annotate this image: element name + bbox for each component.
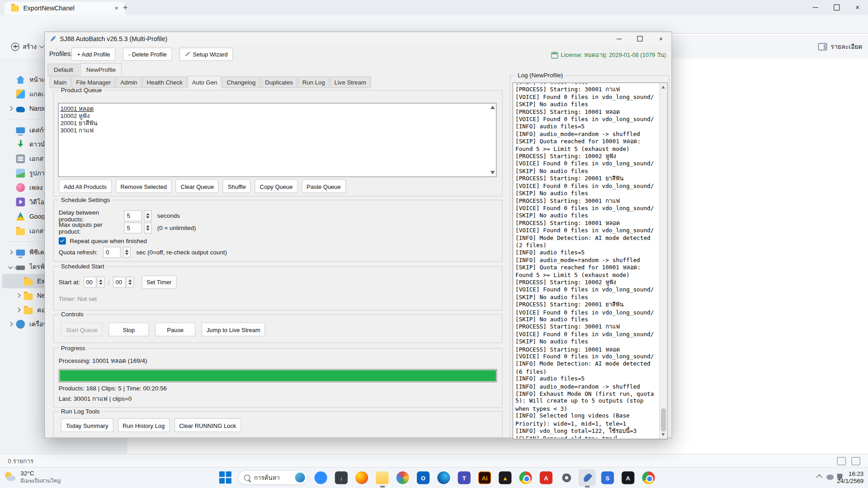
clear-queue-button[interactable]: Clear Queue — [176, 179, 219, 193]
clear-running-lock-button[interactable]: Clear RUNNING Lock — [174, 418, 241, 432]
delete-profile-button[interactable]: - Delete Profile — [123, 47, 173, 61]
zoom-icon[interactable] — [312, 469, 330, 486]
today-summary-button[interactable]: Today Summary — [61, 418, 113, 432]
illustrator-icon[interactable]: Ai — [476, 469, 493, 486]
start-button[interactable] — [219, 471, 232, 484]
tab-health-check[interactable]: Health Check — [142, 76, 187, 88]
explorer-tab[interactable]: ExportNewChanel × — [5, 2, 125, 15]
dialog-maximize-button[interactable] — [629, 32, 651, 45]
scrollbar-thumb[interactable] — [660, 408, 665, 432]
acrobat-icon[interactable]: A — [538, 469, 555, 486]
close-tab-icon[interactable]: × — [113, 5, 121, 12]
log-line: [SKIP] No audio files — [515, 212, 659, 219]
max-outputs-input[interactable]: 5 — [124, 222, 142, 233]
scroll-up-icon[interactable] — [661, 86, 665, 89]
app-glyph — [437, 471, 450, 484]
add-all-products-button[interactable]: Add All Products — [59, 179, 112, 193]
log-scrollbar[interactable] — [659, 83, 667, 439]
queue-item[interactable]: 10001 หลอด — [59, 105, 496, 113]
sidebar-item-icon — [16, 107, 25, 112]
start-hour-stepper[interactable] — [97, 277, 104, 287]
quota-refresh-stepper[interactable] — [123, 247, 131, 258]
log-line: [PROCESS] Starting: 10002 หูฟัง — [515, 153, 659, 160]
tab-file-manager[interactable]: File Manager — [71, 76, 115, 88]
triangle-app-icon[interactable]: ▲ — [496, 469, 514, 486]
chevron-icon[interactable] — [16, 308, 20, 312]
chevron-icon[interactable] — [8, 264, 13, 269]
log-textarea[interactable]: [SKIP] No audio files[PROCESS] Starting:… — [513, 82, 668, 439]
start-minute-input[interactable]: 00 — [113, 277, 125, 287]
start-minute-stepper[interactable] — [126, 277, 134, 287]
remove-selected-button[interactable]: Remove Selected — [116, 179, 172, 193]
tab-auto-gen[interactable]: Auto Gen — [188, 76, 222, 88]
hidden-icons-chevron[interactable] — [816, 474, 822, 481]
photos-icon[interactable] — [394, 469, 411, 486]
max-outputs-stepper[interactable] — [144, 222, 151, 233]
chevron-icon[interactable] — [8, 322, 13, 326]
start-hour-input[interactable]: 00 — [83, 277, 96, 287]
download-manager-icon[interactable]: ↓ — [333, 469, 350, 486]
teams-icon[interactable]: T — [456, 469, 473, 486]
dialog-close-button[interactable]: × — [651, 32, 672, 45]
tab-duplicates[interactable]: Duplicates — [260, 76, 297, 88]
chevron-icon[interactable] — [16, 293, 20, 298]
taskbar-search[interactable]: การค้นหา — [238, 470, 308, 485]
onedrive-tray-icon[interactable] — [826, 475, 834, 480]
chrome-profile2-icon[interactable] — [640, 469, 657, 486]
list-view-icon[interactable] — [837, 457, 846, 465]
window-close-button[interactable]: × — [847, 0, 868, 14]
scroll-down-icon[interactable] — [491, 171, 495, 174]
edge-icon[interactable] — [435, 469, 452, 486]
anydesk-icon[interactable]: A — [619, 469, 637, 486]
paste-queue-button[interactable]: Paste Queue — [302, 179, 346, 193]
scroll-down-icon[interactable] — [661, 433, 665, 436]
window-maximize-button[interactable] — [826, 0, 847, 14]
scroll-up-icon[interactable] — [491, 106, 495, 109]
tab-admin[interactable]: Admin — [116, 76, 142, 88]
window-minimize-button[interactable] — [805, 0, 826, 14]
add-profile-button[interactable]: + Add Profile — [71, 47, 116, 61]
tab-changelog[interactable]: Changelog — [222, 76, 260, 88]
details-pane-button[interactable]: รายละเอียด — [818, 40, 863, 53]
copy-queue-button[interactable]: Copy Queue — [255, 179, 298, 193]
product-queue-listbox[interactable]: 10001 หลอด10002 หูฟัง20001 ยาสีฟัน30001 … — [58, 103, 497, 177]
chrome-icon[interactable] — [517, 469, 534, 486]
pause-button[interactable]: Pause — [155, 323, 195, 337]
dialog-title-bar[interactable]: SJ88 AutoBatch v26.5.3 (Multi-Profile) × — [45, 32, 671, 45]
setup-wizard-button[interactable]: Setup Wizard — [179, 47, 233, 61]
delay-input[interactable]: 5 — [124, 210, 142, 221]
chevron-icon[interactable] — [8, 106, 13, 111]
thumbnail-view-icon[interactable] — [851, 457, 860, 465]
jump-to-live-stream-button[interactable]: Jump to Live Stream — [202, 323, 265, 337]
spyder-icon[interactable]: S — [599, 469, 616, 486]
delay-suffix: seconds — [157, 212, 180, 219]
sj88-autobatch-icon[interactable] — [579, 469, 596, 486]
tab-run-log[interactable]: Run Log — [298, 76, 330, 88]
profile-tab-default[interactable]: Default — [47, 64, 79, 76]
profile-tab-newprofile[interactable]: NewProfile — [80, 63, 122, 76]
new-button[interactable]: สร้าง — [7, 40, 48, 53]
quota-refresh-input[interactable]: 0 — [103, 247, 121, 258]
delay-stepper[interactable] — [144, 210, 151, 221]
chevron-icon[interactable] — [8, 250, 13, 254]
clock[interactable]: 16:23 24/1/2569 — [837, 470, 863, 485]
queue-item[interactable]: 30001 กาแฟ — [59, 127, 496, 134]
repeat-queue-checkbox[interactable] — [59, 237, 66, 244]
firefox-icon[interactable] — [353, 469, 370, 486]
queue-item[interactable]: 20001 ยาสีฟัน — [59, 119, 496, 127]
settings-icon[interactable] — [558, 469, 575, 486]
tab-main[interactable]: Main — [49, 76, 71, 88]
folder-icon — [11, 5, 19, 11]
tab-live-stream[interactable]: Live Stream — [330, 76, 371, 88]
weather-widget[interactable]: 32°C มีเมฆเป็นส่วนใหญ่ — [5, 470, 61, 485]
stop-button[interactable]: Stop — [108, 323, 149, 337]
shuffle-button[interactable]: Shuffle — [223, 179, 251, 193]
run-history-log-button[interactable]: Run History Log — [118, 418, 170, 432]
file-explorer-icon[interactable] — [374, 469, 391, 486]
dialog-minimize-button[interactable] — [609, 32, 630, 45]
queue-item[interactable]: 10002 หูฟัง — [59, 113, 496, 120]
start-queue-button[interactable]: Start Queue — [61, 323, 103, 337]
new-tab-button[interactable]: + — [123, 3, 128, 12]
outlook-icon[interactable]: O — [415, 469, 432, 486]
set-timer-button[interactable]: Set Timer — [142, 276, 177, 289]
